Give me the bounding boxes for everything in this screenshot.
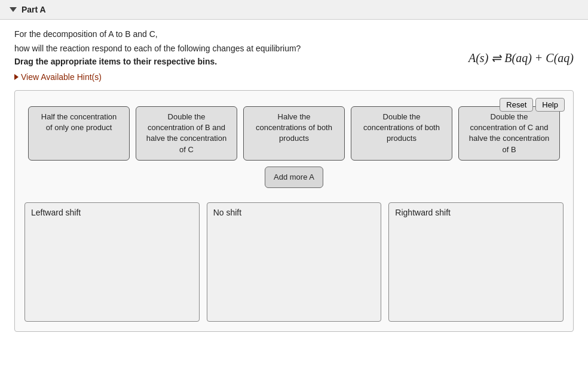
hint-link[interactable]: View Available Hint(s) [14, 72, 421, 82]
drop-zone-rightward[interactable]: Rightward shift [388, 202, 564, 322]
drag-instruction: Drag the appropriate items to their resp… [14, 57, 421, 66]
collapse-icon[interactable] [10, 7, 17, 12]
drop-zone-leftward[interactable]: Leftward shift [24, 202, 200, 322]
drop-zone-noshift[interactable]: No shift [207, 202, 382, 322]
question-text: how will the reaction respond to each of… [14, 44, 421, 53]
drag-item-2[interactable]: Double the concentration of B and halve … [136, 106, 237, 161]
draggable-items-container: Half the concentration of only one produ… [24, 100, 564, 188]
drop-zones-container: Leftward shift No shift Rightward shift [24, 202, 564, 322]
help-button[interactable]: Help [535, 98, 565, 112]
drag-item-3[interactable]: Halve the concentrations of both product… [243, 106, 345, 161]
reset-button[interactable]: Reset [500, 98, 533, 112]
intro-line1: For the decomposition of A to B and C, [14, 29, 574, 39]
drop-zone-noshift-label: No shift [213, 208, 375, 217]
hint-triangle-icon [14, 74, 19, 80]
toolbar: Reset Help [500, 98, 565, 112]
drop-zone-leftward-label: Leftward shift [31, 208, 193, 217]
drop-zone-rightward-label: Rightward shift [395, 208, 557, 217]
drag-item-1[interactable]: Half the concentration of only one produ… [28, 106, 130, 161]
part-label: Part A [22, 5, 46, 14]
equation-text: A(s) ⇌ B(aq) + C(aq) [468, 51, 574, 64]
drag-item-5[interactable]: Double the concentration of C and halve … [458, 106, 560, 161]
equation-display: A(s) ⇌ B(aq) + C(aq) [468, 51, 574, 65]
drag-item-4[interactable]: Double the concentrations of both produc… [351, 106, 452, 161]
part-header: Part A [0, 0, 588, 20]
drag-item-6[interactable]: Add more A [265, 167, 323, 188]
main-panel: Reset Help Half the concentration of onl… [14, 90, 574, 332]
content-area: For the decomposition of A to B and C, h… [0, 20, 588, 341]
